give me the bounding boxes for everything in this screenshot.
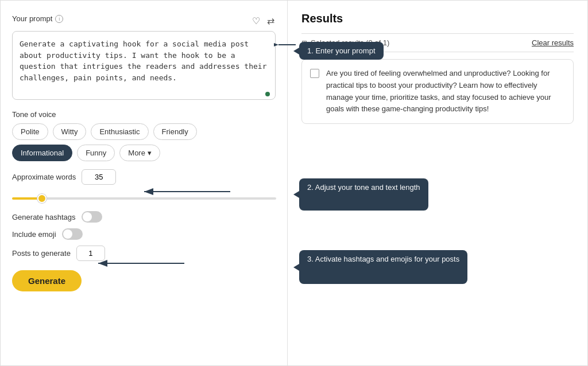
bubble-2: 2. Adjust your tone and text length <box>299 178 428 211</box>
prompt-label: Your prompt i <box>12 14 63 23</box>
bubble-3: 3. Activate hashtags and emojis for your… <box>299 250 467 284</box>
result-text: Are you tired of feeling overwhelmed and… <box>326 68 565 115</box>
prompt-textarea[interactable]: Generate a captivating hook for a social… <box>12 31 276 100</box>
tone-witty[interactable]: Witty <box>53 123 87 140</box>
results-title: Results <box>301 12 574 25</box>
left-panel: Your prompt i ♡ ⇄ Generate a captivating… <box>1 1 288 365</box>
prompt-icons: ♡ ⇄ <box>251 14 276 28</box>
tone-enthusiastic[interactable]: Enthusiastic <box>91 123 148 140</box>
approx-words-row: Approximate words <box>12 169 276 185</box>
tone-row-2: Informational Funny More ▾ <box>12 145 276 161</box>
hashtags-toggle-row: Generate hashtags <box>12 211 276 223</box>
result-checkbox[interactable] <box>310 69 319 78</box>
info-icon[interactable]: i <box>55 15 63 23</box>
right-panel: Results 1. Enter your prompt ⊞ Selected … <box>288 1 587 365</box>
dot-indicator <box>265 92 270 96</box>
posts-row: Posts to generate <box>12 246 276 261</box>
tone-more[interactable]: More ▾ <box>119 145 160 161</box>
tone-polite[interactable]: Polite <box>12 123 48 140</box>
tone-label: Tone of voice <box>12 110 276 119</box>
generate-button[interactable]: Generate <box>12 270 82 291</box>
hashtags-toggle[interactable] <box>82 211 102 223</box>
result-card: Are you tired of feeling overwhelmed and… <box>301 59 574 124</box>
prompt-header: Your prompt i ♡ ⇄ <box>12 14 276 28</box>
tone-funny[interactable]: Funny <box>77 145 115 161</box>
tone-informational[interactable]: Informational <box>12 145 72 161</box>
bubble-1: 1. Enter your prompt <box>299 42 384 60</box>
shuffle-button[interactable]: ⇄ <box>266 14 276 28</box>
textarea-wrapper: Generate a captivating hook for a social… <box>12 31 276 102</box>
words-slider[interactable] <box>12 197 276 200</box>
favorite-button[interactable]: ♡ <box>251 14 261 28</box>
posts-label: Posts to generate <box>12 249 71 258</box>
emoji-label: Include emoji <box>12 230 56 239</box>
tone-row-1: Polite Witty Enthusiastic Friendly <box>12 123 276 140</box>
tone-friendly[interactable]: Friendly <box>153 123 197 140</box>
posts-input[interactable] <box>76 246 105 261</box>
approx-words-input[interactable] <box>82 169 116 185</box>
slider-container <box>12 192 276 202</box>
emoji-toggle-row: Include emoji <box>12 228 276 240</box>
approx-words-label: Approximate words <box>12 173 76 181</box>
emoji-toggle[interactable] <box>62 228 83 240</box>
clear-results-button[interactable]: Clear results <box>532 38 574 47</box>
hashtags-label: Generate hashtags <box>12 213 76 221</box>
